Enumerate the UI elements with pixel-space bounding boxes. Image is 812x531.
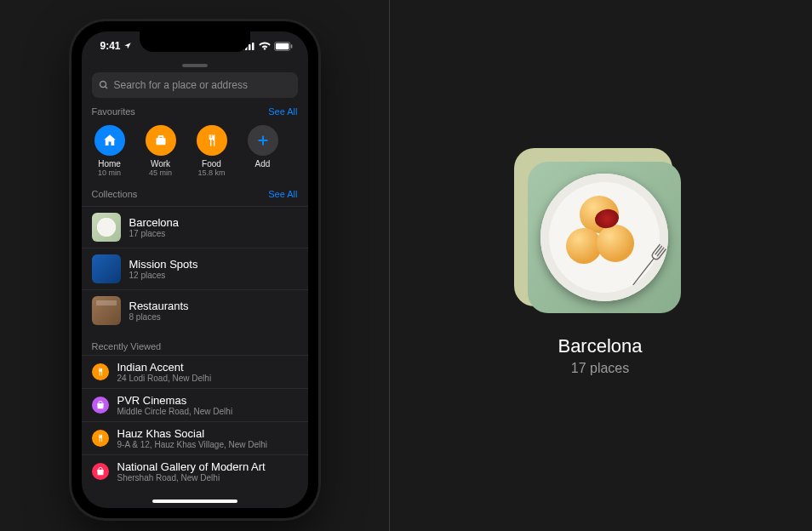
favourite-sub: 15.8 km xyxy=(197,168,225,177)
svg-line-17 xyxy=(633,259,654,285)
collection-title: Mission Spots xyxy=(129,258,198,271)
fork-knife-icon xyxy=(92,363,109,380)
location-arrow-icon xyxy=(123,42,132,50)
recent-item-sub: 9-A & 12, Hauz Khas Village, New Delhi xyxy=(117,440,268,449)
collection-sub: 17 places xyxy=(129,229,180,238)
search-placeholder: Search for a place or address xyxy=(114,79,248,91)
collection-sub: 8 places xyxy=(129,312,189,322)
recent-item-title: PVR Cinemas xyxy=(117,394,233,407)
svg-rect-6 xyxy=(290,44,292,49)
favourite-label: Add xyxy=(255,159,271,168)
favourite-label: Home xyxy=(98,159,121,168)
favourite-label: Work xyxy=(151,159,170,168)
svg-line-13 xyxy=(654,244,660,252)
recent-item-sub: 24 Lodi Road, New Delhi xyxy=(117,374,212,383)
left-panel: 9:41 Search for a place or address Favou… xyxy=(0,0,389,531)
collection-mission-spots[interactable]: Mission Spots 12 places xyxy=(82,248,308,289)
fork-knife-icon xyxy=(197,125,227,156)
favourite-home[interactable]: Home 10 min xyxy=(92,125,128,177)
right-panel: Barcelona 17 places xyxy=(389,0,811,531)
recent-item-sub: Shershah Road, New Delhi xyxy=(117,473,266,482)
recent-section: Recently Viewed xyxy=(82,331,308,351)
fork-knife-icon xyxy=(92,430,109,447)
search-icon xyxy=(99,80,109,90)
collection-barcelona[interactable]: Barcelona 17 places xyxy=(82,206,308,248)
favourites-title: Favourites xyxy=(92,106,135,117)
svg-line-14 xyxy=(655,246,661,254)
search-input[interactable]: Search for a place or address xyxy=(92,72,298,98)
svg-line-16 xyxy=(660,249,666,257)
battery-icon xyxy=(274,42,293,51)
svg-rect-2 xyxy=(249,44,251,50)
collections-section: Collections See All xyxy=(82,180,308,199)
plate-image xyxy=(540,174,668,301)
recent-item-title: National Gallery of Modern Art xyxy=(117,460,266,473)
house-icon xyxy=(94,125,125,156)
favourites-section: Favourites See All Home 10 min xyxy=(82,98,308,180)
wifi-icon xyxy=(259,42,271,50)
collections-see-all[interactable]: See All xyxy=(268,189,297,199)
favourite-food[interactable]: Food 15.8 km xyxy=(194,125,230,177)
notch xyxy=(140,31,250,52)
svg-line-15 xyxy=(657,248,663,255)
favourite-work[interactable]: Work 45 min xyxy=(143,125,179,177)
svg-point-7 xyxy=(100,82,106,88)
briefcase-icon xyxy=(146,125,176,156)
card-front-layer xyxy=(528,162,681,313)
recent-item-title: Hauz Khas Social xyxy=(117,427,268,440)
collection-sub: 12 places xyxy=(129,271,198,280)
svg-line-8 xyxy=(105,87,107,89)
collection-thumbnail xyxy=(92,254,121,283)
card-title: Barcelona xyxy=(558,335,642,357)
plus-icon xyxy=(248,125,278,156)
collection-thumbnail xyxy=(92,213,121,242)
favourites-row: Home 10 min Work 45 min Fo xyxy=(92,123,298,180)
favourite-sub: 45 min xyxy=(149,168,172,177)
collections-title: Collections xyxy=(92,189,138,199)
collection-title: Restaurants xyxy=(129,300,189,312)
phone-screen: 9:41 Search for a place or address Favou… xyxy=(82,31,308,508)
svg-rect-3 xyxy=(252,43,254,50)
favourite-sub: 10 min xyxy=(98,168,121,177)
home-indicator[interactable] xyxy=(152,500,237,503)
card-label: Barcelona 17 places xyxy=(558,335,642,376)
recent-indian-accent[interactable]: Indian Accent 24 Lodi Road, New Delhi xyxy=(82,355,308,388)
collection-thumbnail xyxy=(92,296,121,325)
favourite-add[interactable]: Add xyxy=(245,125,281,177)
svg-rect-5 xyxy=(275,43,289,49)
recent-pvr-cinemas[interactable]: PVR Cinemas Middle Circle Road, New Delh… xyxy=(82,388,308,421)
favourite-label: Food xyxy=(202,159,221,168)
recent-national-gallery[interactable]: National Gallery of Modern Art Shershah … xyxy=(82,454,308,488)
recent-title: Recently Viewed xyxy=(92,341,162,351)
recent-item-title: Indian Accent xyxy=(117,361,212,374)
drag-handle[interactable] xyxy=(182,64,208,67)
favourites-see-all[interactable]: See All xyxy=(268,106,297,117)
svg-rect-9 xyxy=(156,138,165,144)
status-time: 9:41 xyxy=(100,40,121,52)
phone-frame: 9:41 Search for a place or address Favou… xyxy=(71,21,318,518)
collection-title: Barcelona xyxy=(129,216,180,229)
collection-restaurants[interactable]: Restaurants 8 places xyxy=(82,289,308,331)
recent-hauz-khas[interactable]: Hauz Khas Social 9-A & 12, Hauz Khas Vil… xyxy=(82,421,308,454)
shopping-bag-icon xyxy=(92,397,109,414)
collection-card[interactable] xyxy=(521,155,679,313)
panel-divider xyxy=(389,0,390,531)
shopping-bag-icon xyxy=(92,463,109,480)
card-subtitle: 17 places xyxy=(558,361,642,376)
recent-item-sub: Middle Circle Road, New Delhi xyxy=(117,407,233,416)
